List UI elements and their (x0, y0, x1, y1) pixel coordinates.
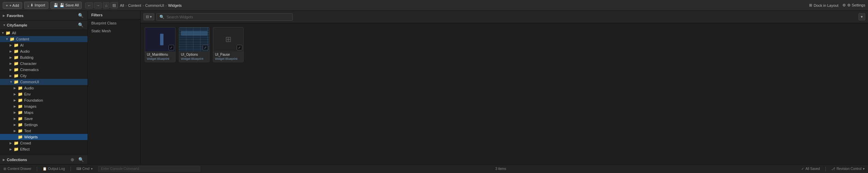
tree-item-content[interactable]: ▼ 📁 Content (0, 36, 88, 42)
widgets-folder-icon: 📁 (18, 135, 23, 139)
commonui-arrow-icon: ▼ (10, 80, 14, 84)
filters-title: Filters (88, 11, 140, 19)
tree-item-crowd[interactable]: ▶ 📁 Crowd (0, 140, 88, 146)
tree-item-images[interactable]: ▶ 📁 Images (0, 103, 88, 109)
citysample-search-button[interactable]: 🔍 (77, 22, 85, 28)
import-icon: ↓ (27, 3, 29, 7)
revision-control-button[interactable]: ⎇ Revision Control ▾ (831, 167, 865, 171)
save-all-button[interactable]: 💾 💾 Save All (50, 2, 82, 9)
breadcrumb-commonui[interactable]: CommonUI (145, 3, 164, 7)
tree-item-text[interactable]: ▶ 📁 Text (0, 128, 88, 134)
all-saved-label: All Saved (805, 167, 820, 171)
tree-item-commonui[interactable]: ▼ 📁 CommonUI (0, 79, 88, 85)
settings-arrow-icon: ▶ (14, 123, 18, 126)
status-divider-1 (37, 167, 37, 171)
collections-actions: ⊕ 🔍 (69, 157, 85, 162)
tree-label-settings: Settings (24, 123, 38, 127)
breadcrumb-all[interactable]: All (120, 3, 124, 7)
collections-search-button[interactable]: 🔍 (77, 157, 85, 162)
breadcrumb: All › Content › CommonUI › Widgets (120, 3, 182, 7)
breadcrumb-content[interactable]: Content (128, 3, 141, 7)
asset-card-ui-options[interactable]: ⤢ UI_Options Widget Blueprint (179, 27, 210, 62)
dock-in-layout-button[interactable]: ⊞ Dock in Layout (809, 3, 838, 7)
nav-path-button[interactable]: ▤ (110, 2, 118, 8)
tree-item-all[interactable]: ▼ 📁 All (0, 30, 88, 36)
tree-label-images: Images (24, 104, 36, 108)
save-check-icon: ✓ (801, 167, 804, 171)
tree-item-effect[interactable]: ▶ 📁 Effect (0, 146, 88, 152)
breadcrumb-widgets[interactable]: Widgets (168, 3, 182, 7)
tree-item-audio[interactable]: ▶ 📁 Audio (0, 48, 88, 54)
asset-card-ui-pause[interactable]: ⤢ UI_Pause Widget Blueprint (213, 27, 244, 62)
output-log-label: Output Log (48, 167, 65, 171)
output-log-button[interactable]: 📋 Output Log (43, 167, 65, 171)
tree-item-env[interactable]: ▶ 📁 Env (0, 91, 88, 97)
ai-folder-icon: 📁 (14, 43, 19, 48)
view-options-button[interactable]: ▾ (858, 13, 865, 20)
add-button[interactable]: + + Add (3, 2, 22, 9)
filter-options-button[interactable]: ⊟ ▾ (143, 13, 154, 20)
tree-label-cinematics: Cinematics (20, 68, 38, 72)
tree-item-maps[interactable]: ▶ 📁 Maps (0, 109, 88, 116)
console-input[interactable] (98, 166, 200, 172)
search-box: 🔍 (156, 13, 293, 21)
favorites-search-button[interactable]: 🔍 (77, 13, 85, 18)
city-folder-icon: 📁 (14, 73, 19, 78)
tree-item-character[interactable]: ▶ 📁 Character (0, 60, 88, 67)
collections-title: Collections (7, 158, 69, 162)
collections-header[interactable]: ▶ Collections ⊕ 🔍 (0, 155, 88, 164)
tree-item-commonui-audio[interactable]: ▶ 📁 Audio (0, 85, 88, 91)
asset-expand-pause-button[interactable]: ⤢ (237, 45, 242, 50)
tree-item-ai[interactable]: ▶ 📁 AI (0, 42, 88, 48)
tree-label-building: Building (20, 55, 33, 59)
commonui-folder-icon: 📁 (14, 80, 19, 84)
effect-arrow-icon: ▶ (10, 148, 14, 151)
status-divider-2 (71, 167, 71, 171)
collections-section: ▶ Collections ⊕ 🔍 (0, 155, 88, 164)
tree-label-maps: Maps (24, 110, 33, 115)
foundation-arrow-icon: ▶ (14, 99, 18, 102)
tree-item-settings[interactable]: ▶ 📁 Settings (0, 122, 88, 128)
dock-icon: ⊞ (809, 3, 812, 7)
cinematics-arrow-icon: ▶ (10, 68, 14, 71)
content-arrow-icon: ▼ (5, 37, 10, 41)
asset-card-ui-mainmenu[interactable]: ⤢ UI_MainMenu Widget Blueprint (145, 27, 175, 62)
asset-info-options: UI_Options Widget Blueprint (179, 51, 209, 62)
tree-item-cinematics[interactable]: ▶ 📁 Cinematics (0, 67, 88, 73)
cmd-button[interactable]: ⌨ Cmd ▾ (76, 167, 93, 171)
nav-back-button[interactable]: ← (85, 2, 93, 8)
collections-add-button[interactable]: ⊕ (69, 157, 75, 162)
all-saved-indicator[interactable]: ✓ All Saved (801, 167, 820, 171)
settings-button[interactable]: ⚙ ⚙ Settings (842, 3, 865, 7)
search-input[interactable] (167, 15, 290, 19)
asset-name-pause: UI_Pause (215, 53, 242, 56)
content-drawer-button[interactable]: ⊞ Content Drawer (3, 167, 31, 171)
cmd-chevron-icon: ▾ (91, 167, 93, 171)
filter-blueprint-class[interactable]: Blueprint Class (88, 19, 140, 27)
asset-thumbnail-pause: ⤢ (213, 28, 243, 51)
citysample-section-header[interactable]: ▼ CitySample 🔍 (0, 20, 88, 30)
asset-name-options: UI_Options (181, 53, 207, 56)
images-folder-icon: 📁 (18, 104, 23, 109)
maps-folder-icon: 📁 (18, 110, 23, 115)
audio-arrow-icon: ▶ (10, 50, 14, 53)
tree-label-character: Character (20, 62, 36, 66)
tree-item-building[interactable]: ▶ 📁 Building (0, 54, 88, 60)
nav-home-button[interactable]: ⌂ (103, 2, 109, 8)
asset-expand-mainmenu-button[interactable]: ⤢ (169, 45, 174, 50)
tree-item-foundation[interactable]: ▶ 📁 Foundation (0, 97, 88, 103)
tree-item-city[interactable]: ▶ 📁 City (0, 73, 88, 79)
filter-staticmesh-label: Static Mesh (91, 29, 111, 33)
import-button[interactable]: ↓ ⬇ Import (24, 2, 48, 9)
character-folder-icon: 📁 (14, 61, 19, 66)
filter-blueprint-label: Blueprint Class (91, 21, 117, 25)
filter-static-mesh[interactable]: Static Mesh (88, 27, 140, 35)
asset-expand-options-button[interactable]: ⤢ (203, 45, 208, 50)
nav-forward-button[interactable]: → (94, 2, 102, 8)
tree-label-audio: Audio (20, 49, 30, 53)
text-folder-icon: 📁 (18, 128, 23, 133)
tree-item-save[interactable]: ▶ 📁 Save (0, 116, 88, 122)
effect-folder-icon: 📁 (14, 147, 19, 152)
favorites-section-header[interactable]: ▶ Favorites 🔍 (0, 11, 88, 20)
tree-item-widgets[interactable]: 📁 Widgets (0, 134, 88, 140)
